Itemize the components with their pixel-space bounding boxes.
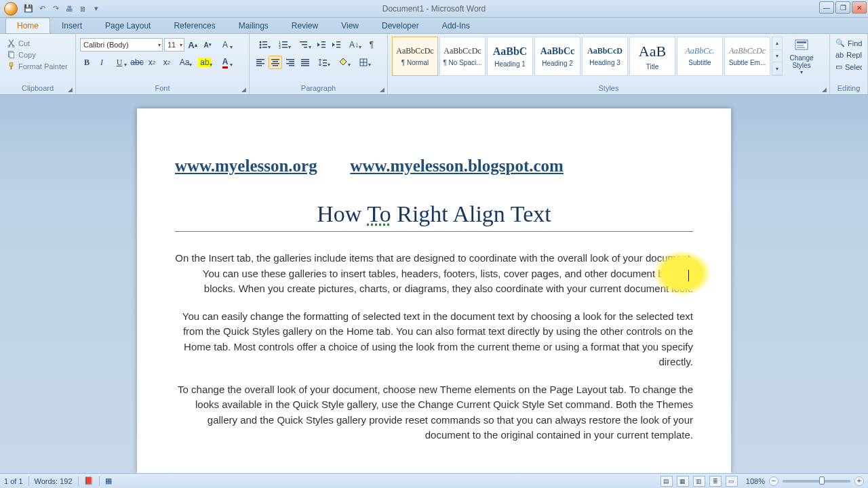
- change-styles-button[interactable]: Change Styles▾: [787, 37, 816, 76]
- change-case-button[interactable]: Aa: [175, 56, 194, 69]
- replace-button[interactable]: abReplace: [834, 50, 863, 60]
- zoom-in-button[interactable]: +: [854, 476, 864, 486]
- styles-launcher[interactable]: ◢: [820, 85, 828, 94]
- tab-insert[interactable]: Insert: [50, 18, 94, 33]
- shading-button[interactable]: [334, 56, 353, 69]
- tab-page-layout[interactable]: Page Layout: [94, 18, 162, 33]
- bullets-button[interactable]: [254, 38, 273, 52]
- find-button[interactable]: 🔍Find: [834, 38, 863, 48]
- grow-font-button[interactable]: A▴: [186, 38, 199, 52]
- line-spacing-button[interactable]: [313, 56, 332, 69]
- style-tile-heading-2[interactable]: AaBbCcHeading 2: [534, 37, 580, 76]
- word-count[interactable]: Words: 192: [35, 477, 73, 485]
- cut-button[interactable]: Cut: [4, 38, 71, 48]
- group-label-paragraph: Paragraph: [254, 83, 383, 93]
- underline-button[interactable]: U: [110, 56, 129, 69]
- sort-button[interactable]: A↓: [344, 38, 363, 52]
- highlight-button[interactable]: ab: [195, 56, 214, 69]
- zoom-level[interactable]: 108%: [746, 477, 765, 485]
- page-indicator[interactable]: 1 of 1: [4, 477, 23, 485]
- office-button[interactable]: [4, 2, 18, 16]
- styles-scroll[interactable]: ▴▾▾: [772, 37, 783, 76]
- tab-references[interactable]: References: [162, 18, 226, 33]
- justify-button[interactable]: [298, 56, 312, 69]
- svg-rect-32: [273, 61, 278, 62]
- document-title: How To Right Align Text: [175, 201, 693, 232]
- font-size-combo[interactable]: 11▾: [164, 38, 184, 52]
- style-tile-subtitle[interactable]: AaBbCc.Subtitle: [677, 37, 723, 76]
- replace-icon: ab: [835, 51, 844, 59]
- tab-view[interactable]: View: [330, 18, 370, 33]
- outline-view-button[interactable]: ≣: [709, 476, 722, 487]
- show-marks-button[interactable]: ¶: [365, 38, 378, 52]
- align-center-icon: [271, 58, 280, 67]
- align-right-button[interactable]: [283, 56, 297, 69]
- draft-view-button[interactable]: ▭: [726, 476, 738, 487]
- bullets-icon: [258, 40, 268, 49]
- format-painter-button[interactable]: Format Painter: [4, 61, 71, 71]
- link-1[interactable]: www.myelesson.org: [175, 157, 317, 175]
- svg-rect-17: [282, 47, 288, 48]
- paragraph-launcher[interactable]: ◢: [378, 85, 386, 94]
- maximize-button[interactable]: ❐: [835, 1, 850, 14]
- font-name-combo[interactable]: Calibri (Body)▾: [80, 38, 163, 52]
- clear-formatting-button[interactable]: A: [216, 38, 235, 52]
- link-2[interactable]: www.myelesson.blogspot.com: [350, 157, 564, 175]
- styles-row-up[interactable]: ▴: [772, 37, 782, 50]
- style-tile--no-spaci-[interactable]: AaBbCcDc¶ No Spaci...: [439, 37, 486, 76]
- italic-button[interactable]: I: [95, 56, 108, 69]
- increase-indent-button[interactable]: [330, 38, 343, 52]
- styles-row-down[interactable]: ▾: [772, 50, 782, 63]
- zoom-thumb[interactable]: [819, 476, 825, 485]
- svg-rect-28: [256, 61, 262, 62]
- strikethrough-button[interactable]: abc: [130, 56, 144, 69]
- web-layout-view-button[interactable]: ▥: [693, 476, 705, 487]
- copy-button[interactable]: Copy: [4, 49, 71, 60]
- numbering-button[interactable]: 123: [274, 38, 293, 52]
- undo-icon[interactable]: ↶: [37, 3, 47, 14]
- quick-print-icon[interactable]: 🗎: [77, 3, 88, 14]
- macro-icon[interactable]: ▦: [105, 476, 112, 485]
- align-left-button[interactable]: [254, 56, 267, 69]
- bold-button[interactable]: B: [80, 56, 94, 69]
- clipboard-launcher[interactable]: ◢: [66, 85, 74, 94]
- minimize-button[interactable]: —: [819, 1, 834, 14]
- zoom-slider[interactable]: [783, 480, 850, 483]
- close-button[interactable]: ✕: [852, 1, 867, 14]
- full-screen-view-button[interactable]: ▦: [677, 476, 689, 487]
- tab-mailings[interactable]: Mailings: [227, 18, 280, 33]
- proofing-icon[interactable]: 📕: [84, 476, 94, 485]
- save-icon[interactable]: 💾: [23, 3, 34, 14]
- style-tile--normal[interactable]: AaBbCcDc¶ Normal: [392, 37, 438, 76]
- font-color-button[interactable]: A: [216, 56, 235, 69]
- print-layout-view-button[interactable]: ▤: [660, 476, 673, 487]
- document-area[interactable]: www.myelesson.org www.myelesson.blogspot…: [0, 95, 868, 473]
- style-tile-heading-3[interactable]: AaBbCcDHeading 3: [582, 37, 628, 76]
- qat-dropdown-icon[interactable]: ▾: [91, 3, 102, 14]
- print-preview-icon[interactable]: 🖶: [64, 3, 75, 14]
- borders-button[interactable]: [354, 56, 373, 69]
- tab-developer[interactable]: Developer: [370, 18, 431, 33]
- align-center-button[interactable]: [269, 56, 282, 69]
- font-launcher[interactable]: ◢: [239, 85, 248, 94]
- style-tile-subtle-em-[interactable]: AaBbCcDcSubtle Em...: [724, 37, 770, 76]
- decrease-indent-button[interactable]: [315, 38, 328, 52]
- tab-add-ins[interactable]: Add-Ins: [431, 18, 481, 33]
- svg-rect-51: [797, 45, 804, 46]
- styles-expand[interactable]: ▾: [772, 62, 782, 75]
- multilevel-list-button[interactable]: [294, 38, 313, 52]
- style-tile-title[interactable]: AaBTitle: [629, 37, 675, 76]
- style-tile-heading-1[interactable]: AaBbCHeading 1: [487, 37, 533, 76]
- quick-access-toolbar: 💾 ↶ ↷ 🖶 🗎 ▾: [0, 2, 102, 16]
- svg-rect-11: [262, 47, 267, 48]
- tab-review[interactable]: Review: [280, 18, 330, 33]
- superscript-button[interactable]: x2: [160, 56, 174, 69]
- zoom-out-button[interactable]: −: [769, 476, 778, 486]
- subscript-button[interactable]: x2: [145, 56, 159, 69]
- tab-home[interactable]: Home: [5, 18, 50, 33]
- select-button[interactable]: ▭Select: [834, 62, 863, 72]
- window-controls: — ❐ ✕: [819, 1, 867, 14]
- window-title: Document1 - Microsoft Word: [382, 4, 486, 14]
- shrink-font-button[interactable]: A▾: [201, 38, 214, 52]
- redo-icon[interactable]: ↷: [50, 3, 61, 14]
